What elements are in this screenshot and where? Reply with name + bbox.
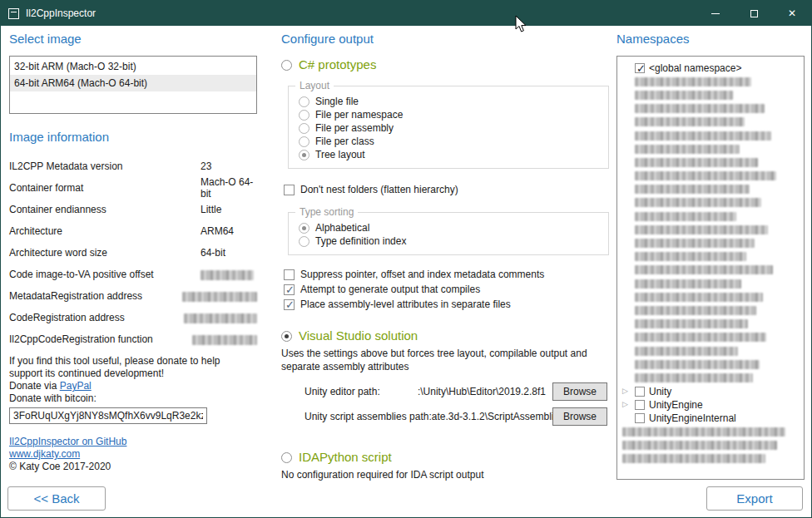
close-button[interactable]: ✕ xyxy=(773,1,811,26)
type-sorting-group: Type sorting AlphabeticalType definition… xyxy=(288,212,609,255)
back-button[interactable]: << Back xyxy=(7,486,106,511)
minimize-button[interactable] xyxy=(696,1,735,26)
info-value: Little xyxy=(201,204,257,215)
radio-label: File per assembly xyxy=(315,122,394,134)
info-row: Container formatMach-O 64-bit xyxy=(9,177,257,199)
namespace-label: UnityEngineInternal xyxy=(649,412,736,425)
namespace-checkbox[interactable] xyxy=(635,387,645,397)
output-option-checkbox[interactable]: Suppress pointer, offset and index metad… xyxy=(284,267,612,282)
donate-text: If you find this tool useful, please don… xyxy=(9,355,254,380)
radio-option[interactable]: File per assembly xyxy=(299,121,608,135)
namespace-row-redacted xyxy=(621,102,800,116)
radio-option[interactable]: File per namespace xyxy=(299,108,608,121)
donate-via-text: Donate via xyxy=(9,380,60,392)
visual-studio-label: Visual Studio solution xyxy=(299,328,418,343)
radio-label: Tree layout xyxy=(315,149,365,160)
namespace-row-redacted xyxy=(621,451,800,465)
redacted-namespace xyxy=(635,117,745,126)
github-link[interactable]: Il2CppInspector on GitHub xyxy=(9,436,126,447)
radio-label: File per class xyxy=(315,136,374,147)
window-controls: ✕ xyxy=(696,1,811,26)
maximize-button[interactable] xyxy=(735,1,773,26)
info-label: Code image-to-VA positive offset xyxy=(9,269,201,280)
namespace-label: <global namespace> xyxy=(649,62,741,75)
output-option-checkbox[interactable]: Place assembly-level attributes in separ… xyxy=(284,297,612,312)
redacted-namespace xyxy=(635,293,763,302)
redacted-namespace xyxy=(635,279,741,289)
radio-icon xyxy=(299,150,309,160)
namespace-row-redacted xyxy=(621,183,800,196)
minimize-icon xyxy=(711,13,720,14)
namespace-row-redacted xyxy=(621,210,800,223)
app-icon xyxy=(8,8,19,19)
info-label: Il2CppCodeRegistration function xyxy=(9,333,192,345)
namespace-row-redacted xyxy=(621,303,800,317)
redacted-namespace xyxy=(635,252,746,261)
info-label: Architecture word size xyxy=(9,247,201,259)
namespace-label: Unity xyxy=(649,385,671,398)
configure-output-heading: Configure output xyxy=(281,31,612,47)
info-row: IL2CPP Metadata version23 xyxy=(9,155,257,177)
idapython-option[interactable]: IDAPython script xyxy=(281,450,612,465)
output-option-checkbox[interactable]: Attempt to generate output that compiles xyxy=(284,282,612,297)
flatten-checkbox[interactable]: Don't nest folders (flatten hierarchy) xyxy=(284,182,612,197)
type-sorting-group-label: Type sorting xyxy=(295,206,358,218)
browse-editor-path-button[interactable]: Browse xyxy=(552,382,607,401)
select-image-heading: Select image xyxy=(9,31,257,47)
paypal-link[interactable]: PayPal xyxy=(60,380,92,392)
namespace-row[interactable]: ▷Unity xyxy=(621,385,800,398)
namespace-row-redacted xyxy=(621,116,800,129)
browse-assemblies-path-button[interactable]: Browse xyxy=(552,407,607,426)
radio-option[interactable]: Tree layout xyxy=(299,148,608,161)
checkbox-icon xyxy=(284,185,295,195)
redacted-namespace xyxy=(622,441,777,450)
info-value: ARM64 xyxy=(201,225,257,237)
titlebar[interactable]: Il2CppInspector ✕ xyxy=(1,1,811,26)
namespace-checkbox[interactable] xyxy=(635,400,645,410)
radio-option[interactable]: Type definition index xyxy=(299,234,608,248)
ida-description: No configuration required for IDA script… xyxy=(281,468,607,481)
namespace-row-redacted xyxy=(621,318,800,331)
layout-group: Layout Single fileFile per namespaceFile… xyxy=(288,86,609,169)
radio-label: Type definition index xyxy=(315,235,406,247)
export-button[interactable]: Export xyxy=(706,486,803,511)
radio-label: Single file xyxy=(315,96,359,107)
expander-icon[interactable]: ▷ xyxy=(622,401,631,408)
namespace-row-redacted xyxy=(621,142,800,155)
unity-editor-path-label: Unity editor path: xyxy=(304,386,380,397)
bitcoin-address-input[interactable] xyxy=(9,407,207,424)
image-list-item[interactable]: 32-bit ARM (Mach-O 32-bit) xyxy=(10,58,256,75)
image-listbox[interactable]: 32-bit ARM (Mach-O 32-bit)64-bit ARM64 (… xyxy=(9,56,257,114)
close-icon: ✕ xyxy=(788,8,796,18)
redacted-namespace xyxy=(635,145,740,154)
namespace-row-redacted xyxy=(621,277,800,290)
website-link[interactable]: www.djkaty.com xyxy=(9,448,80,460)
info-row: CodeRegistration address xyxy=(9,307,257,328)
info-row: Architecture word size64-bit xyxy=(9,242,257,264)
app-window: Il2CppInspector ✕ Select image 32-bit AR… xyxy=(0,0,812,518)
namespace-checkbox[interactable] xyxy=(635,413,645,423)
namespace-row-redacted xyxy=(621,438,800,451)
namespace-checkbox[interactable] xyxy=(635,63,645,73)
radio-option[interactable]: Alphabetical xyxy=(299,221,608,234)
configure-output-panel: Configure output C# prototypes Layout Si… xyxy=(281,31,612,481)
redacted-namespace xyxy=(635,347,738,356)
info-value xyxy=(192,333,257,345)
namespaces-panel: Namespaces <global namespace>▷Unity▷Unit… xyxy=(616,31,805,480)
namespace-row[interactable]: UnityEngineInternal xyxy=(621,412,800,425)
image-list-item[interactable]: 64-bit ARM64 (Mach-O 64-bit) xyxy=(10,75,256,91)
checkbox-label: Place assembly-level attributes in separ… xyxy=(300,298,511,310)
namespace-row[interactable]: <global namespace> xyxy=(621,62,800,75)
expander-icon[interactable]: ▷ xyxy=(622,387,631,395)
radio-option[interactable]: File per class xyxy=(299,135,608,148)
visual-studio-option[interactable]: Visual Studio solution xyxy=(281,328,612,343)
redacted-value xyxy=(201,270,254,280)
radio-label: Alphabetical xyxy=(315,222,369,234)
info-label: Architecture xyxy=(9,225,201,237)
namespaces-list[interactable]: <global namespace>▷Unity▷UnityEngineUnit… xyxy=(616,56,805,480)
csharp-prototypes-option[interactable]: C# prototypes xyxy=(281,57,612,72)
copyright-text: © Katy Coe 2017-2020 xyxy=(9,461,257,473)
namespace-row[interactable]: ▷UnityEngine xyxy=(621,398,800,412)
namespace-row-redacted xyxy=(621,344,800,358)
radio-option[interactable]: Single file xyxy=(299,95,608,108)
